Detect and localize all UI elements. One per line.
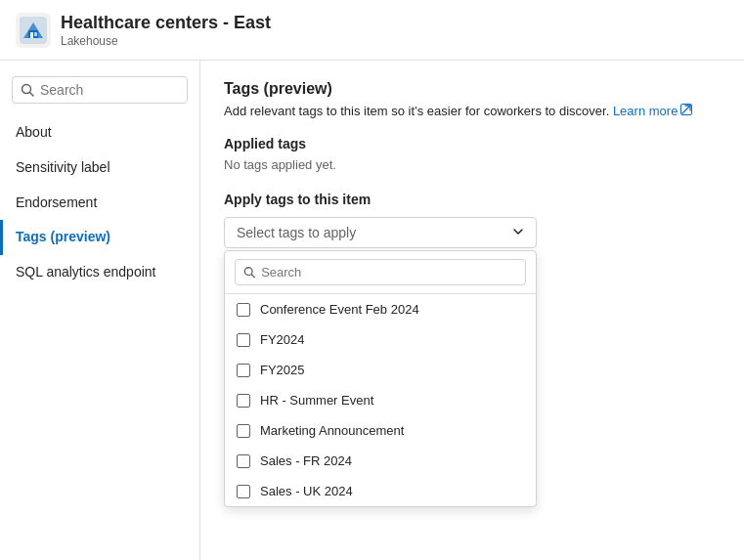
sidebar: About Sensitivity label Endorsement Tags… bbox=[0, 61, 200, 560]
sidebar-search-input[interactable] bbox=[40, 82, 179, 98]
sidebar-item-endorsement[interactable]: Endorsement bbox=[0, 186, 199, 221]
applied-tags-label: Applied tags bbox=[224, 136, 721, 151]
dropdown-search-box[interactable] bbox=[235, 259, 526, 285]
sidebar-search-wrapper bbox=[0, 72, 199, 115]
header-text: Healthcare centers - East Lakehouse bbox=[61, 12, 271, 48]
tag-option-conf-event[interactable]: Conference Event Feb 2024 bbox=[225, 294, 536, 324]
tag-label-conf-event: Conference Event Feb 2024 bbox=[260, 302, 419, 317]
external-link-icon bbox=[680, 104, 692, 118]
no-tags-text: No tags applied yet. bbox=[224, 157, 721, 172]
sidebar-item-about[interactable]: About bbox=[0, 115, 199, 151]
svg-line-9 bbox=[251, 275, 254, 278]
checkbox-sales-uk[interactable] bbox=[237, 485, 250, 498]
checkbox-conf-event[interactable] bbox=[237, 303, 250, 317]
tag-label-sales-fr: Sales - FR 2024 bbox=[260, 453, 352, 468]
section-title: Tags (preview) bbox=[224, 80, 721, 98]
tag-label-hr-summer: HR - Summer Event bbox=[260, 393, 373, 408]
sidebar-search-box[interactable] bbox=[12, 76, 188, 104]
tag-label-fy2024: FY2024 bbox=[260, 332, 305, 347]
chevron-down-icon bbox=[512, 226, 524, 240]
tag-label-marketing: Marketing Announcement bbox=[260, 423, 404, 438]
header: Healthcare centers - East Lakehouse bbox=[0, 0, 744, 61]
sidebar-item-sensitivity-label[interactable]: Sensitivity label bbox=[0, 151, 199, 186]
tag-option-fy2024[interactable]: FY2024 bbox=[225, 324, 536, 355]
dropdown-trigger-text: Select tags to apply bbox=[237, 225, 356, 240]
tags-dropdown-trigger[interactable]: Select tags to apply bbox=[224, 217, 537, 248]
sidebar-item-sql-analytics[interactable]: SQL analytics endpoint bbox=[0, 255, 199, 290]
tag-label-fy2025: FY2025 bbox=[260, 363, 305, 377]
sidebar-item-tags-preview[interactable]: Tags (preview) bbox=[0, 220, 199, 255]
layout: About Sensitivity label Endorsement Tags… bbox=[0, 61, 744, 560]
checkbox-sales-fr[interactable] bbox=[237, 454, 250, 468]
section-description: Add relevant tags to this item so it’s e… bbox=[224, 104, 721, 118]
tag-option-marketing[interactable]: Marketing Announcement bbox=[225, 415, 536, 446]
tags-dropdown-panel: Conference Event Feb 2024 FY2024 FY2025 … bbox=[224, 250, 537, 507]
dropdown-search-wrapper bbox=[225, 251, 536, 294]
tag-option-fy2025[interactable]: FY2025 bbox=[225, 355, 536, 385]
tag-option-hr-summer[interactable]: HR - Summer Event bbox=[225, 385, 536, 415]
checkbox-fy2024[interactable] bbox=[237, 333, 250, 347]
dropdown-search-input[interactable] bbox=[261, 265, 517, 280]
svg-rect-3 bbox=[30, 32, 33, 38]
main-content: Tags (preview) Add relevant tags to this… bbox=[200, 61, 744, 560]
tag-label-sales-uk: Sales - UK 2024 bbox=[260, 484, 353, 498]
svg-line-6 bbox=[30, 93, 34, 97]
checkbox-fy2025[interactable] bbox=[237, 364, 250, 377]
learn-more-link[interactable]: Learn more bbox=[613, 104, 692, 118]
svg-rect-4 bbox=[34, 32, 37, 36]
tag-option-sales-uk[interactable]: Sales - UK 2024 bbox=[225, 476, 536, 506]
tag-option-sales-fr[interactable]: Sales - FR 2024 bbox=[225, 446, 536, 476]
sidebar-search-icon bbox=[21, 83, 34, 97]
checkbox-hr-summer[interactable] bbox=[237, 394, 250, 408]
header-title: Healthcare centers - East bbox=[61, 12, 271, 34]
apply-tags-label: Apply tags to this item bbox=[224, 192, 721, 207]
checkbox-marketing[interactable] bbox=[237, 424, 250, 438]
dropdown-search-icon bbox=[243, 266, 255, 279]
lakehouse-icon bbox=[16, 13, 51, 48]
header-subtitle: Lakehouse bbox=[61, 34, 271, 48]
